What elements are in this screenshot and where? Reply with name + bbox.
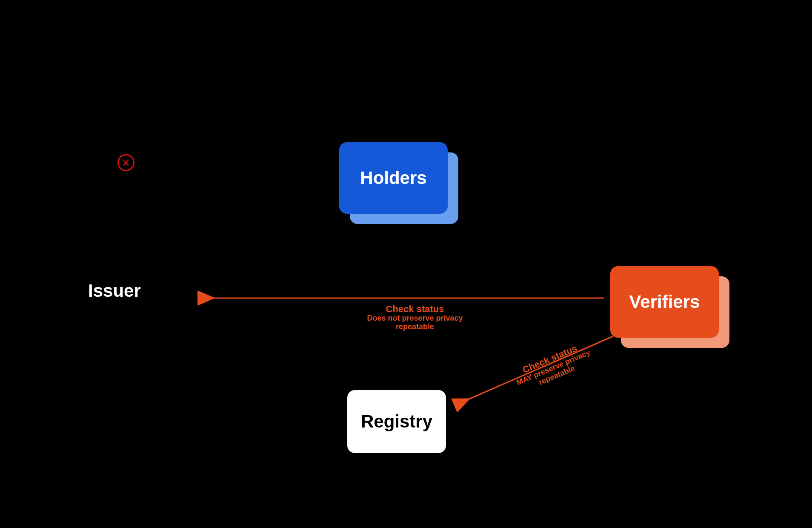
verifiers-label: Verifiers	[629, 292, 700, 312]
verifiers-card: Verifiers	[610, 266, 719, 338]
registry-card: Registry	[347, 390, 446, 453]
registry-label: Registry	[361, 411, 432, 432]
edge-line2: Does not preserve privacy	[345, 314, 485, 323]
holders-label: Holders	[360, 168, 426, 188]
holders-card: Holders	[339, 142, 448, 214]
edge-title: Check status	[345, 304, 485, 314]
edge-label-verifier-to-registry: Check status MAY preserve privacy repeat…	[495, 332, 611, 402]
diagram-stage: Issuer Holders Verifiers Registry Check …	[0, 0, 812, 528]
edge-label-verifier-to-issuer: Check status Does not preserve privacy r…	[345, 304, 485, 331]
issuer-node: Issuer	[88, 281, 141, 301]
edge-line3: repeatable	[345, 323, 485, 331]
error-icon	[117, 154, 134, 171]
